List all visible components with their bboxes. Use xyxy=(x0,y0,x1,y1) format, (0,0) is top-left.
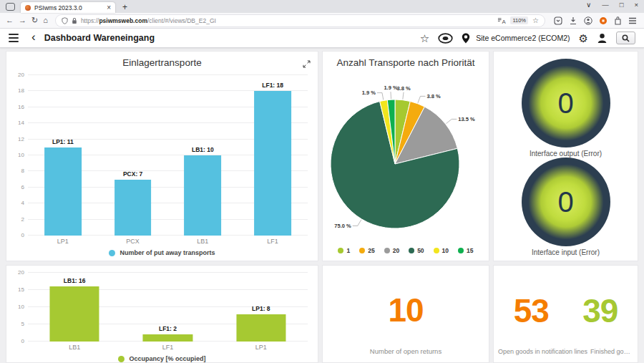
x-axis-labels: LP1PCXLB1LF1 xyxy=(28,238,308,245)
pie-legend[interactable]: 12520501015 xyxy=(323,246,489,254)
legend-label: 10 xyxy=(442,247,449,254)
bookmark-star-icon[interactable]: ☆ xyxy=(532,16,539,24)
bar-value-label: LP1: 8 xyxy=(252,305,270,312)
legend-label: 50 xyxy=(417,247,424,254)
bars-container: LB1: 16LF1: 2LP1: 8 xyxy=(28,273,308,342)
legend-dot-icon xyxy=(458,248,464,253)
x-axis-label: LF1 xyxy=(238,238,308,245)
window-close-button[interactable]: × xyxy=(634,1,638,9)
user-icon[interactable] xyxy=(597,33,608,44)
zoom-level-badge[interactable]: 110% xyxy=(510,16,528,24)
x-axis-label: LB1 xyxy=(28,344,121,351)
legend-label: 25 xyxy=(368,247,374,254)
gauge-interface-input[interactable]: 0 Interface input (Error) xyxy=(522,158,610,256)
legend-label: 20 xyxy=(393,247,399,254)
bar-value-label: LB1: 16 xyxy=(64,277,86,284)
extension-icon[interactable] xyxy=(614,16,622,25)
y-axis-tick: 15 xyxy=(18,286,24,293)
tab-close-icon[interactable]: × xyxy=(107,4,111,11)
y-axis-tick: 18 xyxy=(18,87,24,94)
bar[interactable] xyxy=(44,147,82,236)
bar[interactable] xyxy=(114,180,152,236)
extension-orange-icon[interactable] xyxy=(599,16,608,25)
window-minimize-button[interactable]: — xyxy=(602,1,609,9)
pie-slice-label: 3.8 % xyxy=(426,93,441,100)
url-bar[interactable]: https://psiwmsweb.com/client/#/views/DB_… xyxy=(56,15,545,26)
bar-slot: PCX: 7 xyxy=(98,75,168,236)
chart-legend[interactable]: Number of put away transports xyxy=(6,245,318,256)
bar-slot: LP1: 11 xyxy=(28,75,98,236)
bar[interactable] xyxy=(50,286,99,342)
bar-value-label: LB1: 10 xyxy=(192,146,214,153)
tab-title: PSIwms 2023.3.0 xyxy=(34,4,104,11)
pie-legend-item[interactable]: 50 xyxy=(409,247,424,254)
bar[interactable] xyxy=(184,155,221,236)
shield-icon[interactable] xyxy=(62,17,68,24)
y-axis-tick: 14 xyxy=(18,120,24,126)
x-axis-label: LB1 xyxy=(168,238,238,245)
pie-legend-item[interactable]: 10 xyxy=(434,247,449,254)
search-button[interactable] xyxy=(616,32,635,44)
home-icon[interactable]: ⌂ xyxy=(43,16,48,24)
firefox-view-icon[interactable] xyxy=(6,3,15,11)
pocket-icon[interactable] xyxy=(554,16,562,25)
chart-legend[interactable]: Occupancy [% occupied] xyxy=(6,351,318,362)
site-selector[interactable]: Site eCommerce2 (ECOM2) xyxy=(476,34,570,42)
expand-icon[interactable] xyxy=(303,58,311,71)
panel-priority-pie: Anzahl Transporte nach Priorität 3.8 %3.… xyxy=(322,51,489,261)
pie-slice-label: 75.0 % xyxy=(334,223,351,229)
legend-label: Occupancy [% occupied] xyxy=(129,355,205,362)
pie-legend-item[interactable]: 1 xyxy=(338,247,350,254)
reload-icon[interactable]: ↻ xyxy=(31,16,38,24)
bar-value-label: PCX: 7 xyxy=(123,170,142,178)
pie-slice-label: 1.9 % xyxy=(362,89,376,96)
gauge-circle: 0 xyxy=(522,158,610,246)
y-axis-tick: 0 xyxy=(21,232,24,238)
pie-legend-item[interactable]: 15 xyxy=(458,247,473,254)
scanner-icon[interactable] xyxy=(438,33,453,44)
x-axis-labels: LB1LF1LP1 xyxy=(28,344,308,351)
window-maximize-button[interactable]: □ xyxy=(620,1,624,9)
pie-legend-item[interactable]: 25 xyxy=(359,247,374,254)
bar-slot: LP1: 8 xyxy=(215,273,308,342)
settings-gear-icon[interactable]: ⚙ xyxy=(579,33,588,44)
favorite-star-icon[interactable]: ☆ xyxy=(420,33,429,44)
gauge-label: Interface output (Error) xyxy=(530,150,602,158)
tab-favicon-icon xyxy=(25,5,31,11)
pie-label-leader xyxy=(403,92,404,100)
pie-label-leader xyxy=(446,119,457,123)
browser-tab[interactable]: PSIwms 2023.3.0 × xyxy=(21,2,115,13)
pie-label-leader xyxy=(418,96,426,102)
url-text: https://psiwmsweb.com/client/#/views/DB_… xyxy=(81,17,216,24)
gauge-interface-output[interactable]: 0 Interface output (Error) xyxy=(522,59,610,158)
bar[interactable] xyxy=(143,334,192,342)
bar[interactable] xyxy=(254,91,291,236)
legend-dot-icon xyxy=(434,248,439,253)
back-icon[interactable]: ← xyxy=(6,16,14,24)
downloads-icon[interactable] xyxy=(569,16,577,25)
tab-list-icon[interactable]: ∨ xyxy=(586,1,591,9)
legend-dot-icon xyxy=(384,248,390,253)
location-pin-icon[interactable] xyxy=(462,33,470,44)
gauge-circle: 0 xyxy=(522,59,610,147)
pie-label-leader xyxy=(353,220,361,226)
forward-icon[interactable]: → xyxy=(19,16,26,24)
stat-value: 10 xyxy=(388,291,423,329)
x-axis-label: LF1 xyxy=(121,344,214,351)
stat-open-goods: 53 xyxy=(497,273,566,348)
account-icon[interactable] xyxy=(584,16,592,25)
y-axis-tick: 10 xyxy=(18,152,24,158)
pie-legend-item[interactable]: 20 xyxy=(384,247,399,254)
x-axis-label: PCX xyxy=(98,238,168,245)
app-menu-icon[interactable] xyxy=(9,34,19,42)
menu-icon[interactable] xyxy=(628,17,637,24)
app-back-icon[interactable]: ‹ xyxy=(31,31,36,43)
legend-dot-icon xyxy=(338,248,343,253)
x-axis-label: LP1 xyxy=(28,238,98,245)
panel-putaway-transports: Einlagertransporte 02468101214161820LP1:… xyxy=(6,51,318,261)
y-axis-tick: 12 xyxy=(18,136,24,142)
new-tab-button[interactable]: + xyxy=(122,2,127,12)
translate-icon[interactable]: A xyxy=(497,17,506,24)
chart-title: Einlagertransporte xyxy=(6,52,318,71)
bar[interactable] xyxy=(236,314,286,342)
